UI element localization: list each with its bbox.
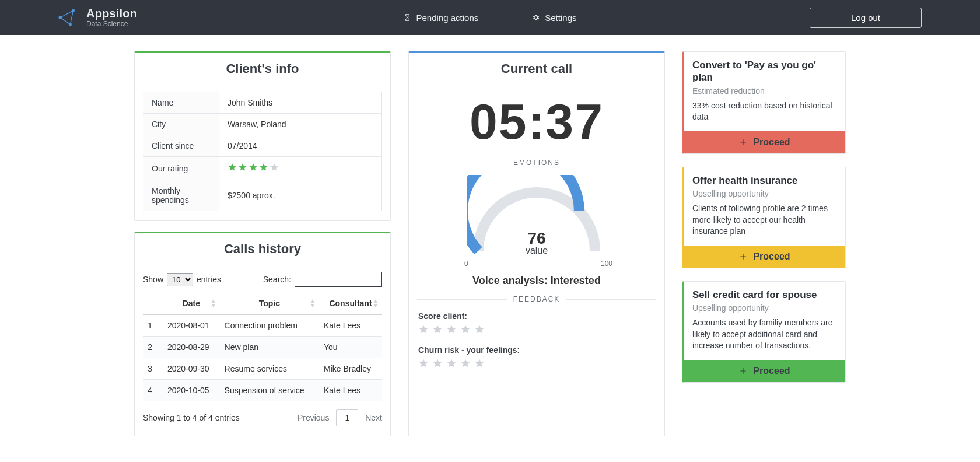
value-name: John Smiths [219,92,382,114]
sort-icon: ▲▼ [211,299,216,308]
client-info-table: NameJohn Smiths CityWarsaw, Poland Clien… [143,92,382,211]
pagination: Showing 1 to 4 of 4 entries Previous 1 N… [143,409,382,426]
action-card: Sell credit card for spouseUpselling opp… [682,281,846,383]
client-info-card: Client's info NameJohn Smiths CityWarsaw… [134,51,391,221]
table-row: Monthly spendings$2500 aprox. [144,180,382,211]
proceed-label: Proceed [753,251,790,262]
show-label-pre: Show [143,275,163,284]
emotions-gauge: 76 value 0 100 [461,175,612,265]
gauge-min: 0 [464,260,468,268]
show-label-post: entries [197,275,221,284]
top-nav: Pending actions Settings [404,13,577,23]
svg-marker-0 [60,10,73,24]
col-consultant[interactable]: Consultant▲▼ [319,293,382,314]
nav-pending-label: Pending actions [416,13,479,23]
col-date[interactable]: Date▲▼ [163,293,220,314]
svg-point-2 [72,9,75,12]
action-description: 33% cost reduction based on historical d… [692,100,837,123]
label-rating: Our rating [144,157,219,180]
prev-button[interactable]: Previous [298,413,329,422]
rating-stars [228,163,279,172]
brand-logo-icon [58,8,78,27]
action-card: Offer health insuranceUpselling opportun… [682,167,846,268]
value-city: Warsaw, Poland [219,114,382,135]
search-input[interactable] [295,272,382,287]
score-client-label: Score client: [418,312,655,321]
calls-history-title: Calls history [135,242,390,257]
action-card: Convert to 'Pay as you go' planEstimated… [682,51,846,154]
voice-analysis: Voice analysis: Interested [417,275,656,287]
action-title: Convert to 'Pay as you go' plan [692,59,837,84]
nav-settings-label: Settings [545,13,576,23]
proceed-button[interactable]: Proceed [684,360,845,382]
nav-pending-actions[interactable]: Pending actions [404,13,479,23]
brand-name: Appsilon [86,8,137,19]
action-subtitle: Upselling opportunity [692,303,837,313]
sort-icon: ▲▼ [373,299,379,308]
value-since: 07/2014 [219,135,382,157]
col-index[interactable] [143,293,163,314]
search-label: Search: [263,275,291,284]
action-title: Offer health insurance [692,174,837,187]
emotions-divider: EMOTIONS [417,159,656,167]
brand: Appsilon Data Science [58,8,137,27]
feedback-divider: FEEDBACK [417,295,656,303]
table-row: NameJohn Smiths [144,92,382,114]
svg-point-3 [69,23,72,26]
table-row: Our rating [144,157,382,180]
page-size-select[interactable]: 10 [167,273,193,286]
gauge-value-label: value [461,246,612,256]
action-description: Accounts used by familiy members are lik… [692,317,837,352]
label-city: City [144,114,219,135]
score-client-block: Score client: [418,312,655,337]
action-subtitle: Upselling opportunity [692,189,837,198]
label-name: Name [144,92,219,114]
gears-icon [531,13,540,22]
churn-risk-label: Churn risk - your feelings: [418,345,655,355]
calls-table: Date▲▼ Topic▲▼ Consultant▲▼ 12020-08-01C… [143,293,382,401]
current-call-card: Current call 05:37 EMOTIONS 76 value 0 1… [408,51,665,436]
table-row[interactable]: 32020-09-30Resume servicesMike Bradley [143,358,382,380]
action-title: Sell credit card for spouse [692,289,837,301]
table-row[interactable]: 12020-08-01Connection problemKate Lees [143,314,382,337]
proceed-button[interactable]: Proceed [684,246,845,268]
hourglass-icon [404,13,412,22]
call-timer: 05:37 [417,93,656,150]
table-row: Client since07/2014 [144,135,382,157]
table-row: CityWarsaw, Poland [144,114,382,135]
plus-icon [739,253,747,261]
top-header: Appsilon Data Science Pending actions Se… [0,0,980,35]
current-call-title: Current call [409,61,664,76]
churn-risk-block: Churn risk - your feelings: [418,345,655,371]
action-subtitle: Estimated reduction [692,86,837,96]
actions-column: Convert to 'Pay as you go' planEstimated… [682,51,846,436]
value-rating [219,157,382,180]
col-topic[interactable]: Topic▲▼ [220,293,319,314]
pagination-summary: Showing 1 to 4 of 4 entries [143,413,240,422]
calls-history-card: Calls history Show 10 entries Search: [134,232,391,436]
calls-toolbar: Show 10 entries Search: [143,272,382,287]
svg-point-1 [58,16,62,19]
page-number[interactable]: 1 [336,409,358,426]
label-since: Client since [144,135,219,157]
action-description: Clients of following profile are 2 times… [692,203,837,237]
table-row[interactable]: 22020-08-29New planYou [143,337,382,358]
table-row[interactable]: 42020-10-05Suspension of serviceKate Lee… [143,380,382,401]
score-client-stars[interactable] [418,324,485,335]
churn-risk-stars[interactable] [418,358,485,369]
value-spendings: $2500 aprox. [219,180,382,211]
logout-button[interactable]: Log out [810,8,922,28]
proceed-label: Proceed [753,137,790,148]
gauge-max: 100 [601,260,612,268]
proceed-button[interactable]: Proceed [684,131,845,153]
nav-settings[interactable]: Settings [531,13,576,23]
proceed-label: Proceed [753,366,790,376]
plus-icon [739,138,747,146]
label-spendings: Monthly spendings [144,180,219,211]
next-button[interactable]: Next [365,413,382,422]
sort-icon: ▲▼ [310,299,316,308]
brand-subtitle: Data Science [86,20,137,27]
client-info-title: Client's info [135,61,390,76]
plus-icon [739,367,747,375]
